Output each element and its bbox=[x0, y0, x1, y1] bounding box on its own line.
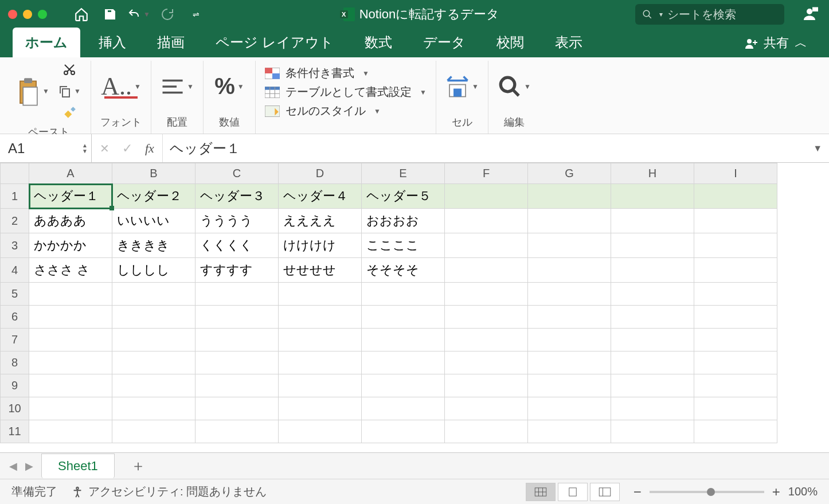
zoom-level[interactable]: 100% bbox=[788, 485, 818, 498]
page-break-view-button[interactable] bbox=[590, 483, 620, 501]
cell[interactable] bbox=[694, 184, 777, 209]
row-header[interactable]: 3 bbox=[1, 233, 29, 258]
cell[interactable]: しししし bbox=[112, 258, 195, 283]
cut-icon[interactable] bbox=[57, 61, 81, 78]
cell[interactable] bbox=[445, 184, 528, 209]
cell[interactable] bbox=[528, 374, 611, 397]
column-header[interactable]: H bbox=[611, 163, 694, 184]
cell[interactable] bbox=[279, 306, 362, 329]
cell[interactable]: ああああ bbox=[29, 209, 112, 233]
cell[interactable] bbox=[29, 329, 112, 351]
cell[interactable] bbox=[29, 351, 112, 374]
maximize-window[interactable] bbox=[38, 10, 47, 19]
sheet-prev-icon[interactable]: ◀ bbox=[9, 460, 17, 472]
cell[interactable] bbox=[195, 374, 279, 397]
cell[interactable] bbox=[528, 397, 611, 420]
row-header[interactable]: 7 bbox=[1, 329, 29, 351]
cell[interactable] bbox=[611, 258, 694, 283]
cell[interactable] bbox=[694, 397, 777, 420]
cell[interactable]: かかかか bbox=[29, 233, 112, 258]
cell[interactable] bbox=[112, 329, 195, 351]
cell[interactable] bbox=[611, 351, 694, 374]
cell[interactable] bbox=[195, 351, 279, 374]
cell[interactable] bbox=[528, 283, 611, 306]
cell[interactable] bbox=[29, 306, 112, 329]
tab-review[interactable]: 校閲 bbox=[484, 28, 537, 57]
formula-input[interactable]: ヘッダー１ bbox=[162, 134, 806, 162]
cell[interactable]: ヘッダー３ bbox=[195, 184, 279, 209]
cell[interactable] bbox=[195, 283, 279, 306]
cell[interactable] bbox=[195, 397, 279, 420]
cell[interactable]: おおおお bbox=[362, 209, 445, 233]
cell[interactable] bbox=[694, 329, 777, 351]
share-button[interactable]: 共有 ︿ bbox=[735, 29, 816, 57]
column-header[interactable]: G bbox=[528, 163, 611, 184]
tab-insert[interactable]: 挿入 bbox=[86, 28, 139, 57]
cell[interactable] bbox=[445, 374, 528, 397]
sheet-next-icon[interactable]: ▶ bbox=[25, 460, 33, 472]
cell-styles-button[interactable]: セルのスタイル▼ bbox=[265, 103, 427, 119]
cell[interactable] bbox=[528, 184, 611, 209]
cell[interactable] bbox=[195, 420, 279, 443]
cell[interactable]: けけけけ bbox=[279, 233, 362, 258]
cell[interactable]: うううう bbox=[195, 209, 279, 233]
font-button[interactable]: A..▼ bbox=[104, 70, 138, 103]
cell[interactable] bbox=[611, 374, 694, 397]
cell[interactable] bbox=[445, 283, 528, 306]
cell[interactable] bbox=[445, 329, 528, 351]
cell[interactable] bbox=[195, 329, 279, 351]
cell[interactable]: ええええ bbox=[279, 209, 362, 233]
row-header[interactable]: 8 bbox=[1, 351, 29, 374]
column-header[interactable]: E bbox=[362, 163, 445, 184]
cell[interactable] bbox=[112, 283, 195, 306]
cell[interactable] bbox=[694, 374, 777, 397]
cell[interactable] bbox=[528, 306, 611, 329]
cell[interactable] bbox=[528, 351, 611, 374]
search-input[interactable]: ▾ シートを検索 bbox=[635, 4, 784, 25]
collapse-ribbon-icon[interactable]: ︿ bbox=[795, 34, 807, 52]
zoom-in-button[interactable]: + bbox=[772, 484, 780, 500]
cell[interactable] bbox=[694, 420, 777, 443]
cell[interactable]: ヘッダー４ bbox=[279, 184, 362, 209]
close-window[interactable] bbox=[8, 10, 17, 19]
cell[interactable] bbox=[445, 397, 528, 420]
copy-icon[interactable]: ▼ bbox=[57, 83, 81, 100]
cell[interactable] bbox=[611, 329, 694, 351]
cell[interactable] bbox=[362, 351, 445, 374]
tab-page-layout[interactable]: ページ レイアウト bbox=[203, 28, 346, 57]
cell[interactable] bbox=[445, 351, 528, 374]
cell[interactable] bbox=[528, 209, 611, 233]
column-header[interactable]: I bbox=[694, 163, 777, 184]
cell[interactable] bbox=[445, 258, 528, 283]
cell[interactable] bbox=[29, 283, 112, 306]
conditional-formatting-button[interactable]: 条件付き書式▼ bbox=[265, 65, 427, 81]
cell[interactable] bbox=[528, 329, 611, 351]
expand-formula-bar-icon[interactable]: ▼ bbox=[806, 143, 829, 154]
spreadsheet-grid[interactable]: ABCDEFGHI 1ヘッダー１ヘッダー２ヘッダー３ヘッダー４ヘッダー５2あああ… bbox=[0, 163, 829, 452]
cell[interactable] bbox=[112, 397, 195, 420]
alignment-button[interactable]: ▼ bbox=[161, 70, 194, 103]
cell[interactable] bbox=[112, 420, 195, 443]
row-header[interactable]: 2 bbox=[1, 209, 29, 233]
cell[interactable] bbox=[611, 306, 694, 329]
fx-icon[interactable]: fx bbox=[145, 141, 154, 156]
column-header[interactable]: D bbox=[279, 163, 362, 184]
row-header[interactable]: 10 bbox=[1, 397, 29, 420]
normal-view-button[interactable] bbox=[526, 483, 556, 501]
customize-qat-icon[interactable]: ⇌ bbox=[185, 4, 208, 25]
tab-home[interactable]: ホーム bbox=[13, 28, 80, 57]
cell[interactable] bbox=[445, 209, 528, 233]
page-layout-view-button[interactable] bbox=[558, 483, 588, 501]
cell[interactable] bbox=[195, 306, 279, 329]
cell[interactable] bbox=[694, 306, 777, 329]
row-header[interactable]: 4 bbox=[1, 258, 29, 283]
cells-button[interactable]: ▼ bbox=[445, 70, 479, 103]
home-icon[interactable] bbox=[70, 4, 93, 25]
cell[interactable] bbox=[445, 306, 528, 329]
cell[interactable] bbox=[362, 283, 445, 306]
undo-icon[interactable]: ▼ bbox=[127, 4, 150, 25]
cell[interactable] bbox=[112, 306, 195, 329]
cell[interactable] bbox=[528, 258, 611, 283]
row-header[interactable]: 1 bbox=[1, 184, 29, 209]
cell[interactable] bbox=[611, 283, 694, 306]
